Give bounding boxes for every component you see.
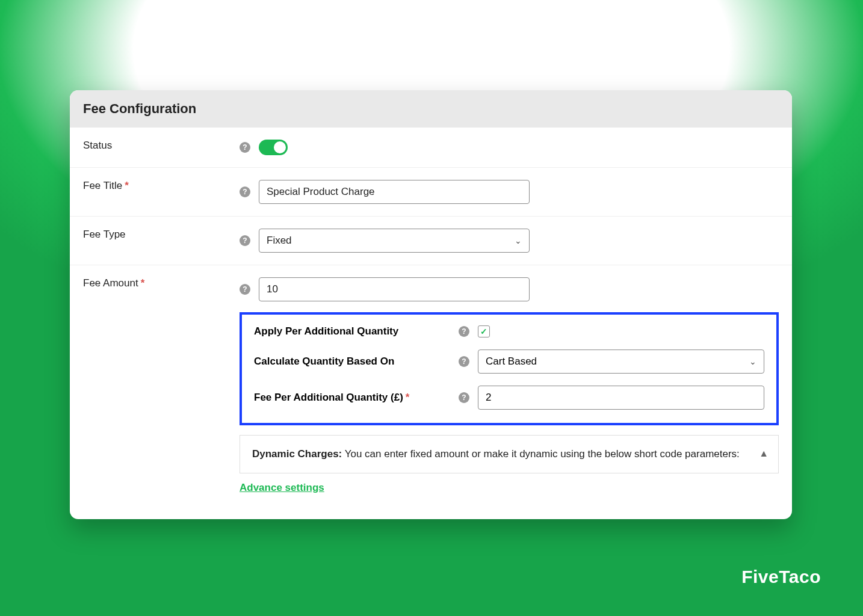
info-text: You can enter fixed amount or make it dy… [342, 448, 740, 460]
dynamic-charges-info: ▲ Dynamic Charges: You can enter fixed a… [240, 435, 779, 473]
help-icon[interactable]: ? [240, 142, 250, 153]
help-icon[interactable]: ? [240, 186, 250, 197]
row-calc-based-on: Calculate Quantity Based On ? Cart Based… [254, 350, 764, 374]
row-fee-amount: Fee Amount * ? Apply Per Additional Quan… [70, 265, 792, 519]
chevron-down-icon: ⌄ [515, 236, 522, 245]
brand-watermark: FiveTaco [741, 567, 821, 587]
required-marker: * [406, 392, 410, 404]
help-icon[interactable]: ? [459, 392, 469, 403]
fee-type-value: Fixed [267, 235, 292, 247]
label-calc-based-on: Calculate Quantity Based On [254, 356, 459, 368]
label-status: Status [83, 140, 240, 152]
row-fee-title: Fee Title * ? [70, 168, 792, 217]
label-fee-amount: Fee Amount * [83, 277, 240, 289]
help-icon[interactable]: ? [240, 284, 250, 295]
row-status: Status ? [70, 128, 792, 168]
required-marker: * [125, 180, 129, 192]
panel-title: Fee Configuration [83, 101, 779, 117]
status-toggle[interactable] [259, 140, 288, 155]
label-fee-type: Fee Type [83, 229, 240, 241]
label-fee-title: Fee Title * [83, 180, 240, 192]
help-icon[interactable]: ? [240, 235, 250, 246]
row-fee-per-qty: Fee Per Additional Quantity (£) * ? [254, 386, 764, 410]
panel-header: Fee Configuration [70, 90, 792, 128]
calc-based-on-select[interactable]: Cart Based ⌄ [478, 350, 764, 374]
label-apply-per-qty: Apply Per Additional Quantity [254, 325, 459, 337]
calc-based-on-value: Cart Based [486, 356, 537, 368]
fee-type-select[interactable]: Fixed ⌄ [259, 229, 530, 253]
toggle-knob [274, 141, 286, 153]
row-fee-type: Fee Type ? Fixed ⌄ [70, 217, 792, 265]
row-apply-per-qty: Apply Per Additional Quantity ? ✓ [254, 325, 764, 337]
additional-quantity-group: Apply Per Additional Quantity ? ✓ Calcul… [240, 312, 779, 425]
help-icon[interactable]: ? [459, 356, 469, 367]
required-marker: * [141, 277, 145, 289]
fee-title-input[interactable] [259, 180, 530, 204]
apply-per-qty-checkbox[interactable]: ✓ [478, 325, 490, 337]
help-icon[interactable]: ? [459, 326, 469, 337]
label-fee-per-qty: Fee Per Additional Quantity (£) * [254, 392, 459, 404]
collapse-icon[interactable]: ▲ [759, 446, 769, 461]
fee-per-qty-input[interactable] [478, 386, 764, 410]
chevron-down-icon: ⌄ [749, 357, 756, 366]
advance-settings-link[interactable]: Advance settings [240, 482, 779, 494]
fee-configuration-panel: Fee Configuration Status ? Fee Title * ? [70, 90, 792, 519]
info-heading: Dynamic Charges: [252, 448, 342, 460]
fee-amount-input[interactable] [259, 277, 530, 301]
